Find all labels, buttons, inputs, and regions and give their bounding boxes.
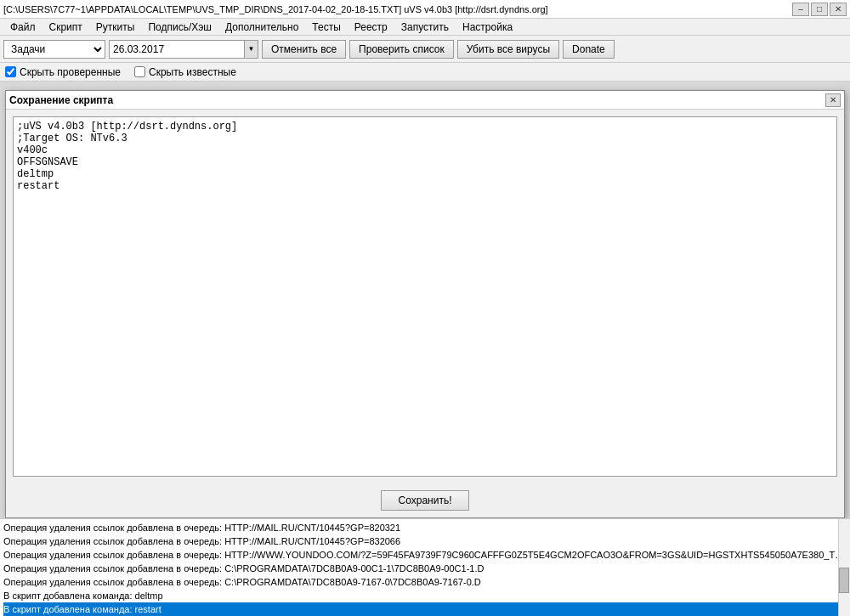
menu-tests[interactable]: Тесты — [305, 20, 347, 35]
modal-title-bar: Сохранение скрипта ✕ — [6, 91, 844, 110]
log-area: Операция удаления ссылок добавлена в оче… — [0, 518, 850, 616]
hide-checked-checkbox[interactable] — [5, 66, 16, 77]
kill-viruses-button[interactable]: Убить все вирусы — [457, 40, 559, 59]
script-textarea[interactable] — [13, 116, 837, 477]
hide-checked-text: Скрыть проверенные — [20, 66, 121, 78]
hide-known-text: Скрыть известные — [149, 66, 236, 78]
menu-bar: Файл Скрипт Руткиты Подпись/Хэш Дополнит… — [0, 19, 850, 36]
hide-known-checkbox[interactable] — [134, 66, 145, 77]
title-text: [C:\USERS\7C77~1\APPDATA\LOCAL\TEMP\UVS_… — [3, 4, 548, 14]
save-script-button[interactable]: Сохранить! — [381, 490, 470, 511]
modal-footer: Сохранить! — [6, 483, 844, 517]
menu-extra[interactable]: Дополнительно — [218, 20, 305, 35]
check-list-button[interactable]: Проверить список — [349, 40, 454, 59]
donate-button[interactable]: Donate — [563, 40, 615, 59]
minimize-button[interactable]: – — [792, 3, 809, 16]
date-dropdown-icon[interactable]: ▼ — [244, 41, 258, 58]
scroll-thumb[interactable] — [839, 568, 849, 593]
modal-title: Сохранение скрипта — [9, 94, 113, 106]
log-line: В скрипт добавлена команда: restart — [3, 602, 847, 616]
menu-rootkits[interactable]: Руткиты — [89, 20, 142, 35]
menu-run[interactable]: Запустить — [394, 20, 456, 35]
title-bar: [C:\USERS\7C77~1\APPDATA\LOCAL\TEMP\UVS_… — [0, 0, 850, 19]
menu-script[interactable]: Скрипт — [42, 20, 89, 35]
log-line: Операция удаления ссылок добавлена в оче… — [3, 548, 847, 562]
log-scrollbar[interactable] — [838, 519, 850, 616]
window-controls: – □ ✕ — [792, 3, 847, 16]
log-line: Операция удаления ссылок добавлена в оче… — [3, 562, 847, 575]
filter-row: Скрыть проверенные Скрыть известные — [0, 63, 850, 82]
date-input[interactable] — [110, 41, 244, 58]
save-script-modal: Сохранение скрипта ✕ Сохранить! — [5, 90, 845, 518]
close-window-button[interactable]: ✕ — [830, 3, 847, 16]
log-line: Операция удаления ссылок добавлена в оче… — [3, 521, 847, 534]
menu-registry[interactable]: Реестр — [348, 20, 394, 35]
tasks-select[interactable]: Задачи — [3, 40, 105, 59]
log-content: Операция удаления ссылок добавлена в оче… — [0, 519, 850, 616]
menu-settings[interactable]: Настройка — [456, 20, 519, 35]
hide-checked-label[interactable]: Скрыть проверенные — [5, 66, 121, 78]
modal-close-button[interactable]: ✕ — [825, 93, 841, 107]
toolbar: Задачи ▼ Отменить все Проверить список У… — [0, 36, 850, 63]
maximize-button[interactable]: □ — [811, 3, 828, 16]
modal-body — [6, 110, 844, 483]
date-group: ▼ — [109, 40, 258, 59]
menu-file[interactable]: Файл — [3, 20, 42, 35]
cancel-all-button[interactable]: Отменить все — [262, 40, 346, 59]
menu-signature[interactable]: Подпись/Хэш — [141, 20, 218, 35]
log-line: В скрипт добавлена команда: deltmp — [3, 589, 847, 602]
log-line: Операция удаления ссылок добавлена в оче… — [3, 575, 847, 589]
hide-known-label[interactable]: Скрыть известные — [134, 66, 236, 78]
main-area: Сохранение скрипта ✕ Сохранить! — [0, 82, 850, 518]
log-line: Операция удаления ссылок добавлена в оче… — [3, 534, 847, 548]
